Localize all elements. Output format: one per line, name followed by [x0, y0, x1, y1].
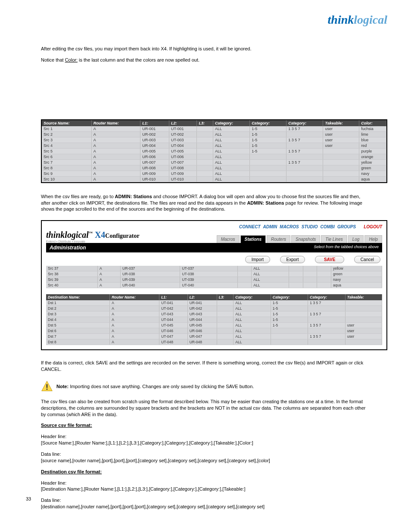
save-instructions: If the data is correct, click SAVE and t…: [41, 360, 370, 373]
tab-help[interactable]: Help: [364, 235, 382, 243]
column-header: L1:: [159, 294, 188, 300]
table-row: Src 6AUR-006UT-006ALLorange: [42, 154, 386, 159]
top-nav: CONNECTADMINMACROSSTUDIOCOMBIGROUPSLOGOU…: [46, 224, 382, 229]
dst-format-header: Destination csv file format:: [41, 469, 370, 475]
intro-paragraph-2: Notice that Color: is the last column an…: [41, 57, 370, 63]
nav-groups[interactable]: GROUPS: [337, 224, 356, 229]
sub-tabs: MacrosStationsRoutersSnapshotsTie LinesL…: [216, 235, 382, 243]
tab-snapshots[interactable]: Snapshots: [291, 235, 320, 243]
nav-studio[interactable]: STUDIO: [302, 224, 318, 229]
table-row: Dst 2AUT-042UR-042ALL1-5: [46, 306, 382, 311]
column-header: Destination Name:: [46, 294, 110, 300]
nav-connect[interactable]: CONNECT: [239, 224, 260, 229]
intro-paragraph-1: After editing the csv files, you may imp…: [41, 46, 370, 52]
table-row: Dst 7AUT-047UR-047ALL1 3 5 7user: [46, 334, 382, 339]
tab-macros[interactable]: Macros: [217, 235, 240, 243]
table-row: Src 8AUR-008UT-008ALLgreen: [42, 165, 386, 171]
screenshot-panel: CONNECTADMINMACROSSTUDIOCOMBIGROUPSLOGOU…: [41, 220, 387, 350]
tab-tie-lines[interactable]: Tie Lines: [321, 235, 347, 243]
tab-log[interactable]: Log: [348, 235, 364, 243]
import-button[interactable]: Import: [245, 256, 270, 263]
export-button[interactable]: Export: [280, 256, 305, 263]
svg-rect-2: [47, 389, 48, 390]
nav-admin[interactable]: ADMIN: [263, 224, 277, 229]
table-row: Src 39AUR-039UT-039ALLnavy: [46, 277, 382, 283]
column-header: Category:: [234, 294, 271, 300]
table-row: Src 4AUR-004UT-004ALL1-5userred: [42, 143, 386, 148]
column-header: Category:: [250, 120, 286, 126]
admin-title: Administration: [50, 245, 86, 251]
page-number: 33: [26, 496, 31, 501]
column-header: Category:: [286, 120, 323, 126]
admin-bar: Administration Select from the tabbed ch…: [46, 243, 382, 252]
table-row: Src 3AUR-003UT-003ALL1-51 3 5 7userblue: [42, 137, 386, 143]
column-header: L3:: [217, 294, 234, 300]
table-row: Dst 6AUT-046UR-046ALLuser: [46, 328, 382, 334]
table-row: Src 9AUR-009UT-009ALLnavy: [42, 171, 386, 176]
column-header: Color:: [359, 120, 386, 126]
svg-rect-1: [47, 384, 48, 388]
table-row: Dst 5AUT-045UR-045ALL1-51 3 5 7user: [46, 323, 382, 328]
src-format-header: Source csv file format:: [41, 422, 370, 429]
column-header: L2:: [187, 294, 217, 300]
table-row: Src 38AUR-038UT-038ALLgreen: [46, 271, 382, 277]
table-row: Src 2AUR-002UT-002ALL1-5userlime: [42, 131, 386, 137]
source-table-panel: Source Name:Router Name:L1:L2:L3:Categor…: [41, 119, 387, 183]
admin-hint: Select from the tabbed choices above: [314, 245, 379, 251]
page-brand: thinklogical: [328, 13, 387, 27]
table-row: Src 37AUR-037UT-037ALLyellow: [46, 266, 382, 271]
column-header: Takeable:: [345, 294, 382, 300]
csv-format-intro: The csv files can also be created from s…: [41, 398, 370, 418]
shot-source-tail-table: Src 37AUR-037UT-037ALLyellowSrc 38AUR-03…: [46, 266, 382, 288]
column-header: Category:: [213, 120, 249, 126]
column-header: Category:: [271, 294, 308, 300]
table-row: Src 40AUR-040UT-040ALLaqua: [46, 283, 382, 288]
logo-tagline: Extend • Distribute • Innovate: [46, 240, 140, 243]
column-header: Source Name:: [42, 120, 91, 126]
tab-routers[interactable]: Routers: [267, 235, 290, 243]
column-header: Category:: [308, 294, 346, 300]
column-header: L2:: [169, 120, 197, 126]
table-row: Src 10AUR-010UT-010ALLaqua: [42, 176, 386, 182]
column-header: L3:: [197, 120, 213, 126]
warning-icon: [41, 380, 53, 392]
import-instructions: When the csv files are ready, go to ADMI…: [41, 193, 370, 213]
column-header: Takeable:: [323, 120, 359, 126]
source-table: Source Name:Router Name:L1:L2:L3:Categor…: [42, 120, 386, 182]
column-header: L1:: [140, 120, 169, 126]
nav-logout[interactable]: LOGOUT: [364, 224, 382, 229]
table-row: Dst 8AUT-048UR-048ALL: [46, 339, 382, 345]
table-row: Dst 4AUT-044UR-044ALL1-5: [46, 317, 382, 323]
button-row: Import Export SAVE Cancel: [46, 252, 382, 266]
column-header: Router Name:: [91, 120, 140, 126]
column-header: Router Name:: [110, 294, 159, 300]
table-row: Src 7AUR-007UT-007ALL1 3 5 7yellow: [42, 159, 386, 165]
table-row: Dst 3AUT-043UR-043ALL1-51 3 5 7: [46, 311, 382, 317]
shot-destination-table: Destination Name:Router Name:L1:L2:L3:Ca…: [46, 294, 382, 345]
table-row: Src 1AUR-001UT-001ALL1-51 3 5 7userfuchs…: [42, 126, 386, 132]
app-logo: thinklogical™ X4Configurator: [46, 230, 140, 240]
save-button[interactable]: SAVE: [315, 256, 345, 263]
tab-stations[interactable]: Stations: [240, 235, 266, 243]
nav-combi[interactable]: COMBI: [321, 224, 335, 229]
note-row: Note: Importing does not save anything. …: [41, 380, 387, 392]
nav-macros[interactable]: MACROS: [280, 224, 299, 229]
table-row: Src 5AUR-005UT-005ALL1-51 3 5 7purple: [42, 148, 386, 154]
cancel-button[interactable]: Cancel: [354, 256, 380, 263]
table-row: Dst 1AUT-041UR-041ALL1-51 3 5 7: [46, 300, 382, 306]
